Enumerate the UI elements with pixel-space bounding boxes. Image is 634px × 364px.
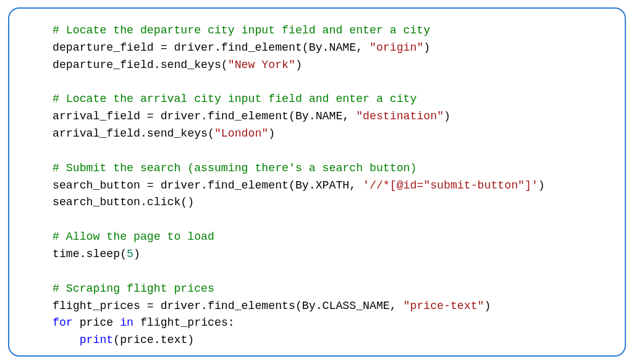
code-content: # Locate the departure city input field …	[53, 22, 606, 349]
code-block: # Locate the departure city input field …	[8, 7, 626, 357]
